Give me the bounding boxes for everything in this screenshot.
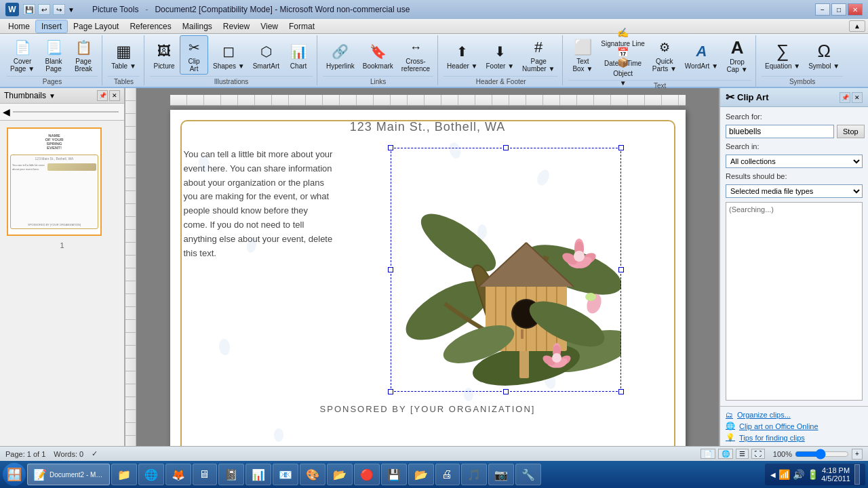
object-btn[interactable]: 📦 Object ▼: [598, 65, 648, 79]
wordart-btn[interactable]: A WordArt ▼: [682, 35, 722, 75]
page-number-btn[interactable]: # PageNumber ▼: [519, 35, 558, 75]
menu-format[interactable]: Format: [283, 20, 320, 33]
minimize-btn[interactable]: −: [815, 3, 830, 16]
tray-arrow[interactable]: ◀: [770, 471, 776, 479]
word-logo[interactable]: W: [5, 3, 19, 16]
taskbar-paint-btn[interactable]: 🎨: [300, 464, 326, 485]
handle-bm[interactable]: [503, 389, 509, 394]
menu-insert[interactable]: Insert: [35, 20, 68, 33]
taskbar-folder-btn[interactable]: 📂: [408, 464, 434, 485]
page-thumbnail-1[interactable]: NAMEOF YOURSPRINGEVENT! 123 Main St., Bo…: [7, 127, 102, 236]
thumbnail-nav-left[interactable]: ◀: [3, 106, 10, 117]
clip-art-btn[interactable]: ✂ ClipArt: [180, 35, 208, 75]
taskbar-word-btn[interactable]: 📝 Document2 - Mic...: [27, 464, 110, 485]
hyperlink-btn[interactable]: 🔗 Hyperlink: [323, 35, 358, 75]
shapes-btn[interactable]: ◻ Shapes ▼: [210, 35, 248, 75]
clipart-panel-pin[interactable]: 📌: [840, 92, 850, 103]
handle-ml[interactable]: [388, 267, 393, 272]
start-btn[interactable]: 🪟: [3, 463, 26, 486]
menu-mailings[interactable]: Mailings: [177, 20, 218, 33]
picture-btn[interactable]: 🖼 Picture: [150, 35, 178, 75]
menu-home[interactable]: Home: [3, 20, 35, 33]
network-icon[interactable]: 📶: [778, 469, 790, 480]
explorer-icon: 📁: [117, 468, 131, 481]
tips-link[interactable]: 💡 Tips for finding clips: [726, 433, 863, 442]
bookmark-btn[interactable]: 🔖 Bookmark: [359, 35, 397, 75]
clipart-search-input[interactable]: [726, 125, 834, 138]
view-fullscreen-btn[interactable]: ⛶: [751, 449, 765, 459]
handle-br[interactable]: [618, 389, 624, 394]
clipart-panel-close[interactable]: ✕: [852, 92, 863, 103]
taskbar-ie-btn[interactable]: 🌐: [138, 464, 164, 485]
thumbnail-close-btn[interactable]: ✕: [109, 90, 120, 101]
qat-dropdown[interactable]: ▼: [68, 6, 75, 14]
organize-clips-link[interactable]: 🗂 Organize clips...: [726, 411, 863, 419]
system-clock[interactable]: 4:18 PM 4/5/2011: [821, 466, 850, 483]
show-desktop-btn[interactable]: [854, 464, 860, 485]
handle-tm[interactable]: [503, 145, 509, 150]
clipart-stop-btn[interactable]: Stop: [837, 125, 865, 138]
save-qat-btn[interactable]: 💾: [23, 4, 35, 15]
menu-page-layout[interactable]: Page Layout: [68, 20, 124, 33]
proofing-icon[interactable]: ✓: [92, 449, 98, 458]
quick-parts-btn[interactable]: ⚙ QuickParts ▼: [649, 35, 680, 75]
cross-ref-btn[interactable]: ↔ Cross-reference: [398, 35, 433, 75]
zoom-slider[interactable]: [795, 450, 849, 458]
cover-page-btn[interactable]: 📄 CoverPage ▼: [7, 35, 38, 75]
menu-references[interactable]: References: [124, 20, 176, 33]
ribbon-group-symbols: ∑ Equation ▼ Ω Symbol ▼ Symbols: [757, 35, 847, 85]
handle-bl[interactable]: [388, 389, 393, 394]
image-container[interactable]: [391, 148, 621, 392]
symbol-btn[interactable]: Ω Symbol ▼: [805, 35, 843, 75]
taskbar-extra-btn[interactable]: 🔧: [515, 464, 541, 485]
view-outline-btn[interactable]: ☰: [736, 449, 749, 459]
blank-page-btn[interactable]: 📃 BlankPage: [39, 35, 68, 75]
menu-view[interactable]: View: [255, 20, 283, 33]
thumbnail-dropdown-icon[interactable]: ▼: [49, 92, 56, 100]
zoom-in-btn[interactable]: +: [852, 449, 863, 460]
taskbar-red-btn[interactable]: 🔴: [354, 464, 380, 485]
taskbar-excel-btn[interactable]: 📊: [245, 464, 271, 485]
doc-area[interactable]: 123 Main St., Bothell, WA You can tell a…: [136, 88, 719, 446]
search-in-dropdown[interactable]: All collections: [726, 155, 863, 168]
doc-image-area[interactable]: [340, 148, 672, 392]
document-page[interactable]: 123 Main St., Bothell, WA You can tell a…: [170, 110, 686, 446]
taskbar-firefox-btn[interactable]: 🦊: [165, 464, 191, 485]
battery-icon[interactable]: 🔋: [807, 469, 818, 480]
results-type-dropdown[interactable]: Selected media file types: [726, 184, 863, 198]
handle-mr[interactable]: [618, 267, 624, 272]
handle-tr[interactable]: [618, 145, 624, 150]
maximize-btn[interactable]: □: [831, 3, 846, 16]
taskbar-notepad-btn[interactable]: 📓: [218, 464, 244, 485]
view-normal-btn[interactable]: 📄: [701, 449, 715, 459]
redo-qat-btn[interactable]: ↪: [53, 4, 65, 15]
office-online-link[interactable]: 🌐 Clip art on Office Online: [726, 422, 863, 430]
taskbar-camera-btn[interactable]: 📷: [488, 464, 514, 485]
equation-btn[interactable]: ∑ Equation ▼: [762, 35, 804, 75]
table-btn[interactable]: ▦ Table ▼: [108, 35, 140, 75]
handle-tl[interactable]: [388, 145, 393, 150]
taskbar-printer-btn[interactable]: 🖨: [435, 464, 460, 485]
taskbar-music-btn[interactable]: 🎵: [461, 464, 487, 485]
close-btn[interactable]: ✕: [848, 3, 863, 16]
header-btn[interactable]: ⬆ Header ▼: [443, 35, 481, 75]
smartart-btn[interactable]: ⬡ SmartArt: [250, 35, 283, 75]
taskbar-outlook-btn[interactable]: 📧: [273, 464, 298, 485]
picture-label: Picture: [153, 62, 174, 70]
undo-qat-btn[interactable]: ↩: [38, 4, 50, 15]
taskbar-explorer-btn[interactable]: 📁: [111, 464, 137, 485]
taskbar-filezilla-btn[interactable]: 📂: [327, 464, 353, 485]
collapse-ribbon-btn[interactable]: ▲: [849, 20, 865, 32]
page-break-btn[interactable]: 📋 PageBreak: [69, 35, 98, 75]
chart-btn[interactable]: 📊 Chart: [284, 35, 313, 75]
taskbar-save-btn[interactable]: 💾: [381, 464, 407, 485]
drop-cap-btn[interactable]: A DropCap ▼: [723, 35, 751, 75]
thumbnail-panel-btn[interactable]: 📌: [97, 90, 108, 101]
footer-btn[interactable]: ⬇ Footer ▼: [483, 35, 518, 75]
zoom-level: 100%: [773, 450, 792, 458]
sound-icon[interactable]: 🔊: [793, 469, 804, 480]
menu-review[interactable]: Review: [218, 20, 255, 33]
view-web-btn[interactable]: 🌐: [718, 449, 733, 459]
text-box-btn[interactable]: ⬜ TextBox ▼: [568, 35, 597, 75]
taskbar-screen-btn[interactable]: 🖥: [193, 464, 217, 485]
